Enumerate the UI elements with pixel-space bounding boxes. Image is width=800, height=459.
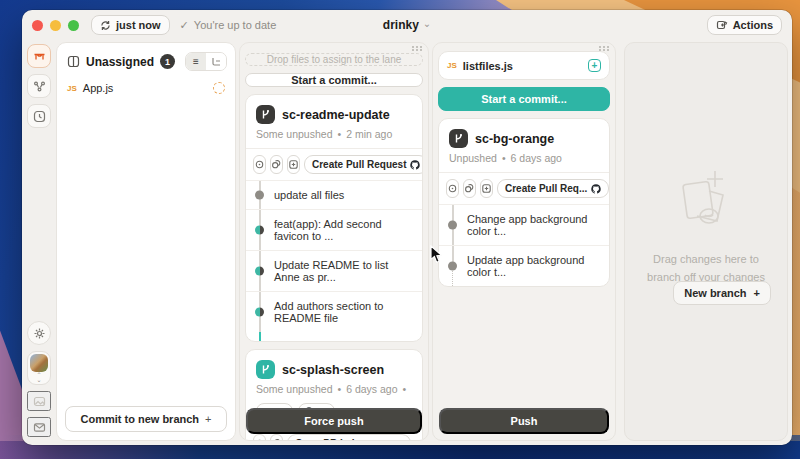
zoom-window-button[interactable]: [68, 20, 79, 31]
assigned-file-row[interactable]: JS listfiles.js +: [438, 51, 610, 80]
assigned-badge-icon[interactable]: +: [588, 59, 601, 72]
branch-header[interactable]: sc-splash-screen: [246, 350, 422, 383]
commit-dot-pushed: [255, 308, 264, 317]
unapply-branch-button[interactable]: [463, 179, 476, 198]
force-push-button[interactable]: Force push: [246, 408, 422, 434]
lane-drag-handle[interactable]: [412, 46, 423, 51]
check-icon: ✓: [180, 19, 189, 32]
commit-row[interactable]: feat(app): Add second favicon to ...: [246, 209, 422, 250]
lane-drag-handle[interactable]: [599, 46, 610, 51]
branch-meta: Some unpushed • 2 min ago: [246, 128, 422, 148]
branch-meta: Some unpushed • 6 days ago •: [246, 383, 422, 403]
titlebar: just now ✓ You're up to date drinky ⌄ Ac…: [22, 10, 792, 40]
branch-menu-button[interactable]: ···: [415, 438, 423, 442]
sidebar-item-workspace[interactable]: [27, 44, 51, 68]
focus-target-button[interactable]: [446, 179, 459, 198]
screenshot-button[interactable]: [27, 391, 51, 411]
branches-icon: [33, 80, 46, 93]
branch-time: 6 days ago: [511, 152, 562, 164]
uptodate-label: You're up to date: [194, 19, 276, 31]
pr-button-label: Create Pull Req...: [505, 183, 587, 194]
start-commit-label: Start a commit...: [481, 93, 567, 105]
open-pr-in-browser-button[interactable]: Open PR in browser ↗: [287, 434, 411, 441]
branch-header[interactable]: sc-readme-update: [246, 95, 422, 128]
workspace-icon: [33, 50, 46, 63]
create-pull-request-button[interactable]: Create Pull Request: [304, 155, 423, 174]
actions-icon: [716, 19, 728, 31]
commit-row[interactable]: Update README to list Anne as pr...: [246, 250, 422, 291]
sync-status-button[interactable]: just now: [91, 15, 170, 35]
commit-button-label: Commit to new branch: [81, 413, 200, 425]
push-button[interactable]: Push: [439, 408, 609, 434]
commit-to-new-branch-button[interactable]: Commit to new branch +: [65, 406, 227, 432]
mail-icon: [33, 421, 46, 434]
start-commit-button[interactable]: Start a commit...: [245, 73, 423, 87]
clock-icon: [33, 110, 46, 123]
commit-dot-local: [448, 262, 457, 271]
commit-row[interactable]: Update app background color t...: [439, 245, 609, 286]
add-reference-button[interactable]: [480, 179, 493, 198]
external-link-icon: ↗: [395, 438, 403, 441]
new-branch-label: New branch: [684, 287, 746, 299]
unassigned-title: Unassigned: [86, 55, 154, 69]
branch-base-line: [246, 332, 422, 341]
commit-row[interactable]: update all files: [246, 180, 422, 209]
unapply-branch-button[interactable]: [270, 155, 283, 174]
commit-message: Update app background color t...: [467, 254, 584, 278]
github-icon: [591, 184, 601, 194]
user-menu[interactable]: ⌃ ⌄: [27, 351, 51, 385]
commit-message: Update README to list Anne as pr...: [274, 259, 388, 283]
chevron-down-icon: ⌄: [423, 18, 431, 29]
file-name: listfiles.js: [463, 60, 513, 72]
settings-button[interactable]: [27, 321, 51, 345]
list-view-button[interactable]: ≡: [186, 53, 206, 70]
start-commit-button[interactable]: Start a commit...: [438, 87, 610, 111]
commit-message: update all files: [274, 189, 344, 201]
unapply-branch-button[interactable]: [270, 434, 283, 441]
focus-target-button[interactable]: [253, 434, 266, 441]
window-body: ⌃ ⌄: [22, 40, 792, 445]
commit-message: Change app background color t...: [467, 213, 587, 237]
minimize-window-button[interactable]: [50, 20, 61, 31]
unassigned-file-row[interactable]: JS App.js: [57, 77, 235, 99]
file-dropzone[interactable]: Drop files to assign to the lane: [245, 53, 423, 66]
tree-view-button[interactable]: [206, 53, 226, 70]
branch-card-readme-update: sc-readme-update Some unpushed • 2 min a…: [245, 94, 423, 342]
new-branch-button[interactable]: New branch +: [673, 281, 771, 305]
workspace-content: Unassigned 1 ≡ JS App.js: [56, 40, 792, 445]
dot-separator: •: [337, 383, 341, 395]
branch-action-row: Create Pull Req... ···: [439, 172, 609, 204]
feedback-button[interactable]: [27, 417, 51, 437]
assign-file-icon[interactable]: [213, 82, 225, 94]
dot-separator: •: [403, 383, 407, 395]
commit-message: Add authors section to README file: [274, 300, 383, 324]
branch-header[interactable]: sc-bg-orange: [439, 119, 609, 152]
pr-button-label: Create Pull Request: [312, 159, 406, 170]
create-pull-request-button[interactable]: Create Pull Req...: [497, 179, 609, 198]
gear-icon: [33, 327, 46, 340]
start-commit-label: Start a commit...: [291, 74, 377, 86]
close-window-button[interactable]: [32, 20, 43, 31]
sidebar-item-branches[interactable]: [27, 74, 51, 98]
project-title: drinky: [383, 18, 419, 32]
commit-row[interactable]: Add authors section to README file: [246, 291, 422, 332]
new-branch-dropzone[interactable]: Drag changes here to branch off your cha…: [624, 42, 788, 441]
branch-status: Some unpushed: [256, 383, 332, 395]
actions-button[interactable]: Actions: [707, 15, 782, 35]
view-toggle: ≡: [185, 52, 227, 71]
commit-row[interactable]: Change app background color t...: [439, 204, 609, 245]
project-switcher[interactable]: drinky ⌄: [383, 18, 431, 32]
focus-target-button[interactable]: [253, 155, 266, 174]
branch-meta: Unpushed • 6 days ago: [439, 152, 609, 172]
sidebar-item-history[interactable]: [27, 104, 51, 128]
actions-label: Actions: [733, 19, 773, 31]
branch-action-row: Create Pull Request ···: [246, 148, 422, 180]
github-icon: [410, 160, 420, 170]
chevron-down-icon: ⌄: [36, 378, 41, 382]
add-reference-button[interactable]: [287, 155, 300, 174]
branch-card-bg-orange: sc-bg-orange Unpushed • 6 days ago: [438, 118, 610, 287]
branch-time: 6 days ago: [346, 383, 397, 395]
js-file-icon: JS: [447, 61, 457, 70]
branch-name: sc-bg-orange: [475, 132, 554, 146]
branch-icon: [256, 105, 275, 124]
